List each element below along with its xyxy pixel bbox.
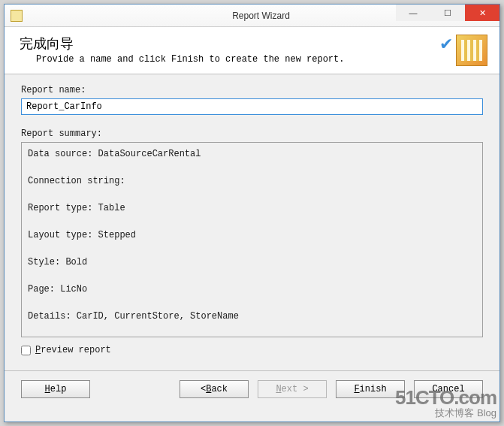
wizard-header: 完成向导 Provide a name and click Finish to …: [5, 27, 499, 74]
wizard-icon: [456, 35, 487, 66]
header-text: 完成向导 Provide a name and click Finish to …: [20, 35, 450, 66]
maximize-button[interactable]: ☐: [430, 5, 465, 21]
report-summary-label: Report summary:: [21, 128, 483, 139]
back-button[interactable]: < Back: [180, 380, 249, 398]
titlebar: Report Wizard — ☐ ✕: [5, 5, 499, 27]
page-subtitle: Provide a name and click Finish to creat…: [36, 54, 450, 65]
finish-button[interactable]: Finish: [336, 380, 405, 398]
preview-checkbox[interactable]: [21, 346, 31, 355]
report-name-label: Report name:: [21, 85, 483, 95]
app-icon: [11, 10, 23, 22]
close-button[interactable]: ✕: [465, 5, 499, 21]
report-summary-box[interactable]: Data source: DataSourceCarRental Connect…: [21, 142, 483, 337]
report-name-input[interactable]: [21, 98, 483, 115]
wizard-window: Report Wizard — ☐ ✕ 完成向导 Provide a name …: [4, 4, 500, 422]
content-area: Report name: Report summary: Data source…: [5, 74, 499, 363]
preview-checkbox-label[interactable]: Preview report: [35, 345, 111, 355]
page-title: 完成向导: [20, 35, 450, 53]
cancel-button[interactable]: Cancel: [414, 380, 483, 398]
footer: Help < Back Next > Finish Cancel: [5, 371, 499, 407]
window-controls: — ☐ ✕: [396, 5, 499, 21]
preview-checkbox-row: Preview report: [21, 345, 483, 355]
checkmark-icon: ✔: [439, 35, 453, 54]
help-button[interactable]: Help: [21, 380, 90, 398]
next-button: Next >: [258, 380, 327, 398]
minimize-button[interactable]: —: [396, 5, 430, 21]
